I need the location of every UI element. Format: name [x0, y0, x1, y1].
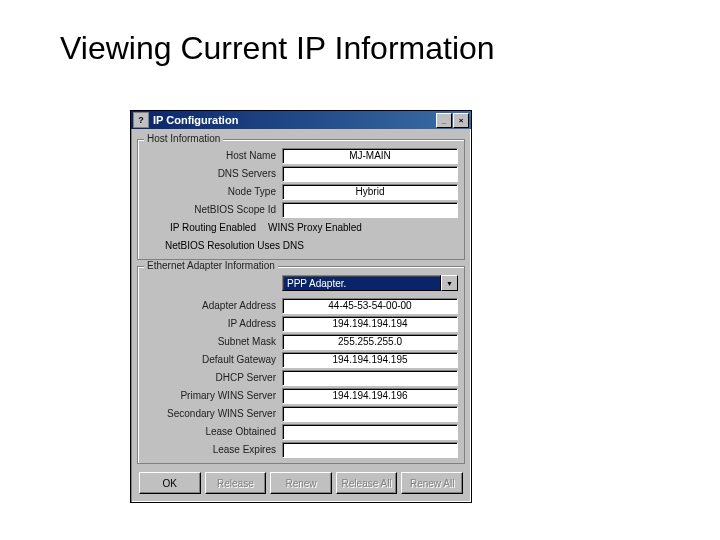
renew-all-button[interactable]: Renew All: [401, 472, 463, 494]
lease-expires-field[interactable]: [282, 442, 458, 458]
ip-address-label: IP Address: [144, 318, 282, 329]
dhcp-server-label: DHCP Server: [144, 372, 282, 383]
client-area: Host Information Host Name MJ-MAIN DNS S…: [131, 129, 471, 502]
netbios-scope-label: NetBIOS Scope Id: [144, 204, 282, 215]
wins-proxy-label: WINS Proxy Enabled: [260, 222, 458, 233]
dns-servers-label: DNS Servers: [144, 168, 282, 179]
node-type-field[interactable]: Hybrid: [282, 184, 458, 200]
chevron-down-icon[interactable]: ▼: [441, 275, 458, 291]
adapter-group-legend: Ethernet Adapter Information: [144, 260, 278, 271]
subnet-mask-field[interactable]: 255.255.255.0: [282, 334, 458, 350]
default-gateway-label: Default Gateway: [144, 354, 282, 365]
lease-obtained-field[interactable]: [282, 424, 458, 440]
adapter-select[interactable]: PPP Adapter. ▼: [282, 275, 458, 291]
release-all-button[interactable]: Release All: [336, 472, 398, 494]
dhcp-server-field[interactable]: [282, 370, 458, 386]
node-type-label: Node Type: [144, 186, 282, 197]
renew-button[interactable]: Renew: [270, 472, 332, 494]
titlebar[interactable]: ? IP Configuration _ ×: [131, 111, 471, 129]
minimize-button[interactable]: _: [436, 113, 452, 128]
lease-expires-label: Lease Expires: [144, 444, 282, 455]
lease-obtained-label: Lease Obtained: [144, 426, 282, 437]
button-bar: OK Release Renew Release All Renew All: [137, 472, 465, 496]
host-name-label: Host Name: [144, 150, 282, 161]
ip-address-field[interactable]: 194.194.194.194: [282, 316, 458, 332]
ipconfig-window: ? IP Configuration _ × Host Information …: [130, 110, 472, 503]
secondary-wins-label: Secondary WINS Server: [144, 408, 282, 419]
adapter-address-field[interactable]: 44-45-53-54-00-00: [282, 298, 458, 314]
release-button[interactable]: Release: [205, 472, 267, 494]
host-name-field[interactable]: MJ-MAIN: [282, 148, 458, 164]
adapter-address-label: Adapter Address: [144, 300, 282, 311]
default-gateway-field[interactable]: 194.194.194.195: [282, 352, 458, 368]
slide-title: Viewing Current IP Information: [60, 30, 495, 67]
app-icon: ?: [133, 112, 149, 128]
adapter-select-value: PPP Adapter.: [282, 275, 441, 291]
netbios-scope-field[interactable]: [282, 202, 458, 218]
dns-servers-field[interactable]: [282, 166, 458, 182]
netbios-dns-label: NetBIOS Resolution Uses DNS: [144, 240, 308, 251]
ok-button[interactable]: OK: [139, 472, 201, 494]
window-title: IP Configuration: [153, 114, 238, 126]
primary-wins-label: Primary WINS Server: [144, 390, 282, 401]
host-information-group: Host Information Host Name MJ-MAIN DNS S…: [137, 139, 465, 260]
close-button[interactable]: ×: [453, 113, 469, 128]
host-group-legend: Host Information: [144, 133, 223, 144]
ip-routing-label: IP Routing Enabled: [144, 222, 260, 233]
primary-wins-field[interactable]: 194.194.194.196: [282, 388, 458, 404]
adapter-information-group: Ethernet Adapter Information PPP Adapter…: [137, 266, 465, 464]
subnet-mask-label: Subnet Mask: [144, 336, 282, 347]
secondary-wins-field[interactable]: [282, 406, 458, 422]
